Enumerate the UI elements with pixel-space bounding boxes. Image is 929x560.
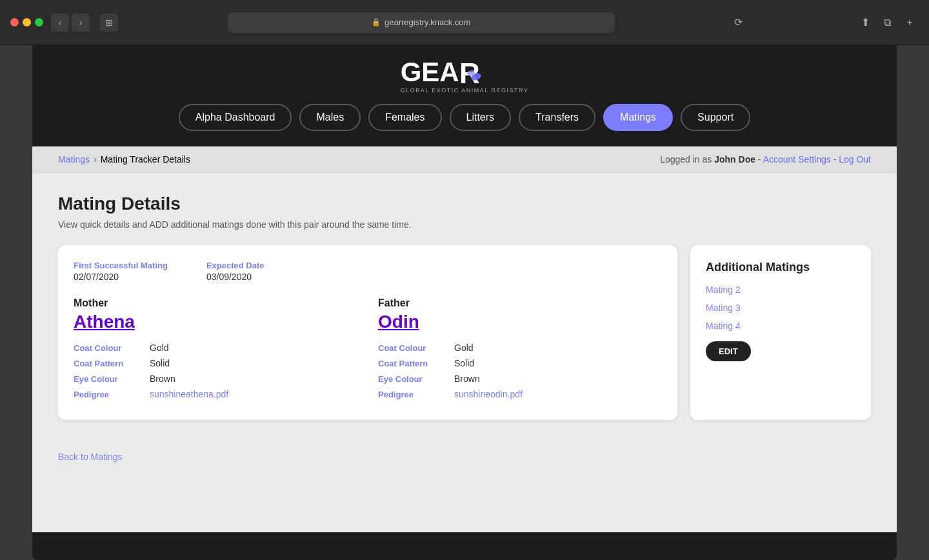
mating-2-link[interactable]: Mating 2 <box>706 285 855 295</box>
father-eye-colour-value: Brown <box>454 374 480 384</box>
minimize-button[interactable] <box>23 18 31 26</box>
browser-nav-buttons: ‹ › <box>51 14 90 32</box>
app-header: G E A R GLOBAL EXOTIC ANIMAL REGISTRY <box>32 45 897 104</box>
mother-eye-colour-row: Eye Colour Brown <box>74 374 357 384</box>
mating-dates: First Successful Mating 02/07/2020 Expec… <box>74 261 662 282</box>
back-to-matings-link[interactable]: Back to Matings <box>58 452 123 462</box>
father-coat-pattern-row: Coat Pattern Solid <box>378 358 662 368</box>
breadcrumb-parent-link[interactable]: Matings <box>58 154 90 165</box>
first-successful-label: First Successful Mating <box>74 261 168 270</box>
expected-date-label: Expected Date <box>206 261 265 270</box>
account-settings-link[interactable]: Account Settings <box>763 154 831 165</box>
mother-name-link[interactable]: Athena <box>74 312 357 332</box>
add-tab-button[interactable]: + <box>901 14 919 32</box>
breadcrumb-bar: Matings › Mating Tracker Details Logged … <box>32 146 897 173</box>
lock-icon: 🔒 <box>372 18 381 26</box>
browser-chrome: ‹ › ⊞ 🔒 gearregistry.knack.com ⟳ ⬆ ⧉ + <box>0 0 929 45</box>
additional-matings-card: Additional Matings Mating 2 Mating 3 Mat… <box>690 245 871 420</box>
father-coat-colour-value: Gold <box>454 343 474 353</box>
logged-in-prefix: Logged in as <box>660 154 714 165</box>
breadcrumb: Matings › Mating Tracker Details <box>58 154 190 165</box>
father-section: Father Odin Coat Colour Gold Coat Patter… <box>378 297 662 405</box>
mother-coat-colour-value: Gold <box>150 343 169 353</box>
main-window: G E A R GLOBAL EXOTIC ANIMAL REGISTRY Al… <box>32 45 897 560</box>
user-info: Logged in as John Doe - Account Settings… <box>660 154 871 165</box>
mother-role-label: Mother <box>74 297 357 309</box>
share-button[interactable]: ⬆ <box>857 14 875 32</box>
mother-coat-colour-row: Coat Colour Gold <box>74 343 357 353</box>
nav-females[interactable]: Females <box>368 104 441 131</box>
mating-3-link[interactable]: Mating 3 <box>706 303 855 313</box>
father-pedigree-row: Pedigree sunshineodin.pdf <box>378 389 662 399</box>
parents-grid: Mother Athena Coat Colour Gold Coat Patt… <box>74 297 662 405</box>
mother-eye-colour-label: Eye Colour <box>74 374 145 384</box>
url-text: gearregistry.knack.com <box>385 17 470 27</box>
first-successful-mating-field: First Successful Mating 02/07/2020 <box>74 261 168 282</box>
father-coat-colour-row: Coat Colour Gold <box>378 343 662 353</box>
nav-males[interactable]: Males <box>299 104 361 131</box>
expected-date-value: 03/09/2020 <box>206 272 265 282</box>
logo-container: G E A R GLOBAL EXOTIC ANIMAL REGISTRY <box>401 58 529 94</box>
mother-coat-colour-label: Coat Colour <box>74 343 145 353</box>
page-title: Mating Details <box>58 194 871 214</box>
nav-support[interactable]: Support <box>681 104 750 131</box>
logo-a: A <box>439 59 459 86</box>
nav-transfers[interactable]: Transfers <box>519 104 595 131</box>
logout-link[interactable]: Log Out <box>839 154 871 165</box>
father-eye-colour-label: Eye Colour <box>378 374 449 384</box>
maximize-button[interactable] <box>35 18 43 26</box>
father-role-label: Father <box>378 297 662 309</box>
breadcrumb-separator: › <box>94 154 97 165</box>
user-name: John Doe <box>714 154 755 165</box>
father-pedigree-label: Pedigree <box>378 390 449 399</box>
separator2: - <box>831 154 839 165</box>
mother-section: Mother Athena Coat Colour Gold Coat Patt… <box>74 297 357 405</box>
logo-e: E <box>421 59 439 86</box>
sidebar-toggle-button[interactable]: ⊞ <box>100 14 118 32</box>
mother-pedigree-label: Pedigree <box>74 390 145 399</box>
traffic-lights <box>10 18 43 26</box>
content-area: Matings › Mating Tracker Details Logged … <box>32 146 897 532</box>
nav-litters[interactable]: Litters <box>450 104 512 131</box>
close-button[interactable] <box>10 18 19 26</box>
logo-r: R <box>459 58 484 87</box>
nav-alpha-dashboard[interactable]: Alpha Dashboard <box>179 104 292 131</box>
address-bar[interactable]: 🔒 gearregistry.knack.com <box>228 12 615 33</box>
father-coat-colour-label: Coat Colour <box>378 343 449 353</box>
mother-coat-pattern-label: Coat Pattern <box>74 359 145 368</box>
page-content: Mating Details View quick details and AD… <box>32 173 897 441</box>
mother-pedigree-row: Pedigree sunshineathena.pdf <box>74 389 357 399</box>
father-coat-pattern-label: Coat Pattern <box>378 359 449 368</box>
nav-matings[interactable]: Matings <box>603 104 673 131</box>
edit-button[interactable]: EDIT <box>706 341 751 361</box>
expected-date-field: Expected Date 03/09/2020 <box>206 261 265 282</box>
logo-g: G <box>401 59 422 86</box>
gear-logo: G E A R <box>401 58 529 87</box>
logo-area: G E A R GLOBAL EXOTIC ANIMAL REGISTRY <box>401 58 529 94</box>
browser-actions: ⬆ ⧉ + <box>857 14 919 32</box>
back-link-area: Back to Matings <box>32 441 897 473</box>
back-nav-button[interactable]: ‹ <box>51 14 69 32</box>
cards-layout: First Successful Mating 02/07/2020 Expec… <box>58 245 871 420</box>
father-eye-colour-row: Eye Colour Brown <box>378 374 662 384</box>
separator1: - <box>755 154 763 165</box>
breadcrumb-current: Mating Tracker Details <box>101 154 190 165</box>
additional-matings-title: Additional Matings <box>706 261 855 274</box>
mother-pedigree-link[interactable]: sunshineathena.pdf <box>150 389 228 399</box>
first-successful-value: 02/07/2020 <box>74 272 168 282</box>
forward-nav-button[interactable]: › <box>72 14 90 32</box>
page-subtitle: View quick details and ADD additional ma… <box>58 219 871 230</box>
logo-subtitle: GLOBAL EXOTIC ANIMAL REGISTRY <box>401 87 529 94</box>
main-card: First Successful Mating 02/07/2020 Expec… <box>58 245 677 420</box>
reload-button[interactable]: ⟳ <box>729 14 747 32</box>
father-name-link[interactable]: Odin <box>378 312 662 332</box>
mother-eye-colour-value: Brown <box>150 374 175 384</box>
new-tab-button[interactable]: ⧉ <box>879 14 897 32</box>
mother-coat-pattern-value: Solid <box>150 358 170 368</box>
nav-bar: Alpha Dashboard Males Females Litters Tr… <box>32 104 897 146</box>
mother-coat-pattern-row: Coat Pattern Solid <box>74 358 357 368</box>
mating-4-link[interactable]: Mating 4 <box>706 321 855 331</box>
father-pedigree-link[interactable]: sunshineodin.pdf <box>454 389 523 399</box>
father-coat-pattern-value: Solid <box>454 358 474 368</box>
